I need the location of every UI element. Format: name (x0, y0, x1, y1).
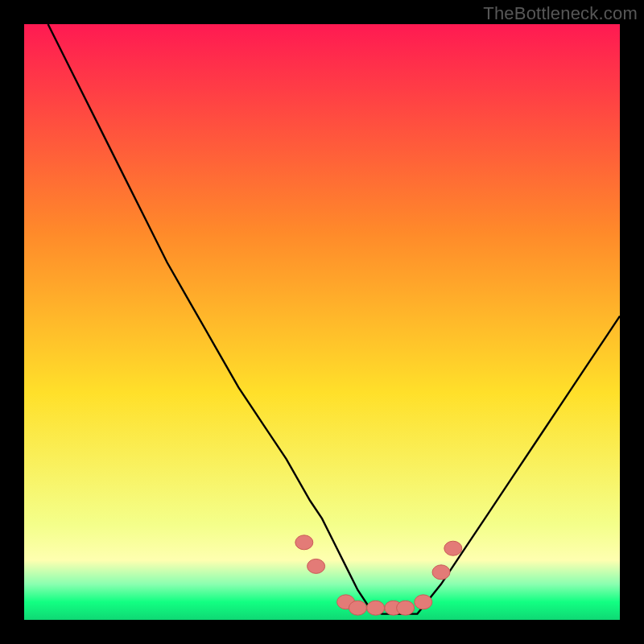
highlight-dot (295, 535, 313, 550)
heatmap-background (24, 24, 620, 620)
chart-svg (24, 24, 620, 620)
highlight-dot (308, 559, 325, 573)
highlight-dot (367, 601, 385, 615)
highlight-dot (432, 565, 450, 580)
highlight-dot (349, 601, 366, 615)
outer-frame: TheBottleneck.com (0, 0, 644, 644)
attribution-text: TheBottleneck.com (483, 3, 638, 24)
highlight-dot (415, 595, 432, 609)
highlight-dot (397, 601, 415, 615)
chart-plot-area (24, 24, 620, 620)
highlight-dot (444, 541, 462, 555)
